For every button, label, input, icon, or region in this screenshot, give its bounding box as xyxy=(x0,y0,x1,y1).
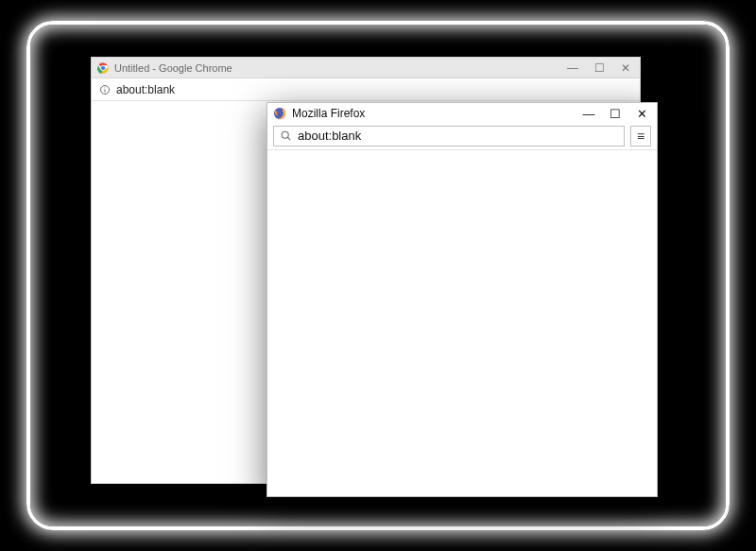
chrome-titlebar[interactable]: Untitled - Google Chrome — ☐ ✕ xyxy=(92,58,640,78)
svg-line-9 xyxy=(287,137,290,140)
chrome-url-text[interactable]: about:blank xyxy=(116,83,632,96)
chrome-minimize-button[interactable]: — xyxy=(566,61,579,75)
firefox-minimize-button[interactable]: — xyxy=(581,107,596,121)
svg-point-6 xyxy=(104,87,105,88)
site-info-icon[interactable] xyxy=(99,84,111,95)
svg-point-2 xyxy=(101,65,105,69)
firefox-titlebar[interactable]: Mozilla Firefox — ☐ ✕ xyxy=(267,103,657,124)
chrome-window-title: Untitled - Google Chrome xyxy=(114,62,566,74)
hamburger-icon: ≡ xyxy=(637,129,644,144)
search-icon xyxy=(280,129,292,142)
firefox-maximize-button[interactable]: ☐ xyxy=(608,107,623,121)
firefox-page-content xyxy=(267,152,657,496)
desktop-stage: Untitled - Google Chrome — ☐ ✕ about:bla… xyxy=(0,0,756,551)
firefox-window-controls: — ☐ ✕ xyxy=(581,107,651,121)
svg-point-8 xyxy=(282,131,288,138)
chrome-address-bar[interactable]: about:blank xyxy=(92,78,640,101)
chrome-window-controls: — ☐ ✕ xyxy=(566,61,634,75)
firefox-toolbar: about:blank ≡ xyxy=(267,124,657,150)
firefox-window[interactable]: Mozilla Firefox — ☐ ✕ about:blank ≡ xyxy=(266,102,658,497)
firefox-menu-button[interactable]: ≡ xyxy=(630,126,651,146)
firefox-logo-icon xyxy=(273,107,286,120)
chrome-logo-icon xyxy=(97,62,109,74)
firefox-close-button[interactable]: ✕ xyxy=(634,107,649,121)
chrome-maximize-button[interactable]: ☐ xyxy=(593,61,606,75)
firefox-url-text[interactable]: about:blank xyxy=(298,129,618,143)
firefox-address-bar[interactable]: about:blank xyxy=(273,126,625,146)
chrome-close-button[interactable]: ✕ xyxy=(619,61,632,75)
firefox-window-title: Mozilla Firefox xyxy=(292,107,581,120)
